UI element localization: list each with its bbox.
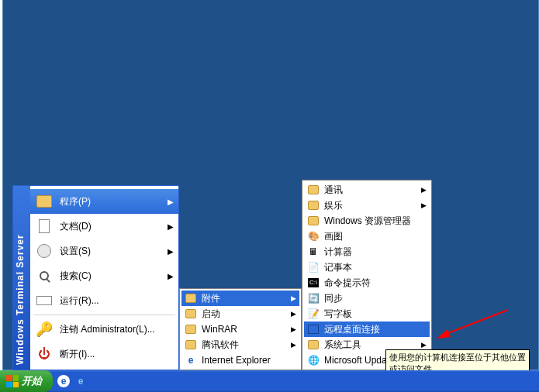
sub-accessories[interactable]: 附件 ▶ [181, 291, 299, 306]
sub-tencent[interactable]: 腾讯软件 ▶ [181, 337, 299, 352]
sub-communications[interactable]: 通讯 ▶ [304, 182, 430, 198]
folder-icon [307, 199, 320, 211]
sub-label: 计算器 [324, 246, 352, 259]
separator [33, 315, 175, 315]
sub-explorer[interactable]: Windows 资源管理器 [304, 213, 430, 229]
submenu-arrow-icon: ▶ [421, 186, 427, 194]
paint-icon: 🎨 [307, 230, 320, 242]
sub-label: 画图 [324, 230, 343, 243]
sub-label: 记事本 [324, 261, 352, 274]
submenu-arrow-icon: ▶ [291, 310, 296, 318]
sm-programs[interactable]: 程序(P) ▶ [30, 189, 178, 214]
sub-label: 写字板 [324, 308, 352, 321]
sub-cmd[interactable]: C:\ 命令提示符 [304, 275, 430, 291]
sub-label: 命令提示符 [324, 277, 371, 290]
remote-desktop-icon [307, 323, 320, 335]
sm-logoff[interactable]: 🔑 注销 Administrator(L)... [30, 317, 178, 342]
sub-label: 启动 [202, 308, 220, 321]
programs-submenu: 附件 ▶ 启动 ▶ WinRAR ▶ 腾讯软件 ▶ e Internet Exp… [179, 288, 302, 370]
sm-settings[interactable]: 设置(S) ▶ [30, 239, 178, 263]
sub-calculator[interactable]: 🖩 计算器 [304, 244, 430, 260]
sub-label: 附件 [202, 292, 220, 305]
accessories-submenu: 通讯 ▶ 娱乐 ▶ Windows 资源管理器 🎨 画图 🖩 计算器 📄 记事本… [302, 180, 432, 370]
sub-sync[interactable]: 🔄 同步 [304, 291, 430, 306]
notepad-icon: 📄 [307, 261, 320, 273]
sm-run[interactable]: 运行(R)... [30, 288, 178, 313]
settings-icon [35, 242, 54, 260]
search-icon [35, 266, 54, 285]
submenu-arrow-icon: ▶ [291, 341, 296, 349]
sub-label: 腾讯软件 [202, 339, 239, 352]
start-label: 开始 [22, 374, 42, 388]
submenu-arrow-icon: ▶ [421, 341, 427, 349]
sync-icon: 🔄 [307, 292, 320, 304]
sub-ie[interactable]: e Internet Explorer [181, 352, 299, 368]
calculator-icon: 🖩 [307, 246, 320, 258]
submenu-arrow-icon: ▶ [291, 325, 296, 333]
wordpad-icon: 📝 [307, 308, 320, 320]
quicklaunch-icon[interactable]: e [57, 375, 70, 387]
update-icon: 🌐 [307, 354, 320, 366]
sub-label: 系统工具 [324, 339, 361, 352]
sub-label: Internet Explorer [202, 355, 271, 366]
sm-search[interactable]: 搜索(C) ▶ [30, 263, 178, 288]
sm-label: 运行(R)... [60, 294, 99, 308]
cmd-icon: C:\ [307, 277, 320, 289]
sm-label: 设置(S) [60, 245, 91, 258]
sub-label: 远程桌面连接 [324, 323, 380, 336]
folder-icon [307, 184, 320, 196]
submenu-arrow-icon: ▶ [291, 294, 296, 302]
tooltip-line1: 使用您的计算机连接至位于其他位置 [389, 352, 526, 363]
sub-notepad[interactable]: 📄 记事本 [304, 260, 430, 275]
disconnect-icon: ⏻ [35, 345, 54, 363]
sm-label: 断开(I)... [60, 348, 95, 361]
sm-label: 文档(D) [60, 220, 92, 233]
submenu-arrow-icon: ▶ [168, 272, 174, 280]
taskbar: 开始 e e [0, 370, 539, 392]
sub-startup[interactable]: 启动 ▶ [181, 306, 299, 322]
explorer-icon [307, 215, 320, 227]
start-menu-sideband: Windows Terminal Server [13, 186, 30, 370]
sub-winrar[interactable]: WinRAR ▶ [181, 322, 299, 337]
windows-logo-icon [6, 375, 19, 387]
sm-label: 搜索(C) [60, 270, 92, 283]
sm-label: 注销 Administrator(L)... [60, 323, 155, 336]
ie-icon: e [185, 354, 197, 366]
sub-entertainment[interactable]: 娱乐 ▶ [304, 198, 430, 213]
sub-wordpad[interactable]: 📝 写字板 [304, 306, 430, 322]
sm-label: 程序(P) [60, 195, 91, 208]
sub-label: Microsoft Update [324, 355, 395, 366]
start-menu-items: 程序(P) ▶ 文档(D) ▶ 设置(S) ▶ 搜索(C) ▶ 运行(R)...… [30, 186, 178, 370]
start-button[interactable]: 开始 [0, 370, 53, 392]
run-icon [35, 291, 54, 310]
submenu-arrow-icon: ▶ [168, 222, 174, 231]
sub-paint[interactable]: 🎨 画图 [304, 229, 430, 244]
sub-label: 娱乐 [324, 199, 343, 212]
folder-icon [185, 339, 197, 351]
start-menu: Windows Terminal Server 程序(P) ▶ 文档(D) ▶ … [12, 185, 179, 370]
folder-icon [185, 308, 197, 320]
sub-label: Windows 资源管理器 [324, 215, 411, 228]
submenu-arrow-icon: ▶ [168, 198, 174, 206]
logoff-icon: 🔑 [35, 320, 54, 339]
quicklaunch-ie-icon[interactable]: e [74, 375, 87, 387]
submenu-arrow-icon: ▶ [421, 201, 427, 209]
sub-label: WinRAR [202, 324, 237, 335]
programs-icon [35, 192, 54, 211]
sub-label: 同步 [324, 292, 343, 305]
folder-icon [185, 292, 197, 304]
sub-remote-desktop[interactable]: 远程桌面连接 [304, 322, 430, 337]
documents-icon [35, 217, 54, 236]
sm-disconnect[interactable]: ⏻ 断开(I)... [30, 342, 178, 366]
sm-documents[interactable]: 文档(D) ▶ [30, 214, 178, 239]
folder-icon [185, 323, 197, 335]
submenu-arrow-icon: ▶ [168, 247, 174, 256]
folder-icon [307, 339, 320, 351]
sub-label: 通讯 [324, 184, 343, 197]
